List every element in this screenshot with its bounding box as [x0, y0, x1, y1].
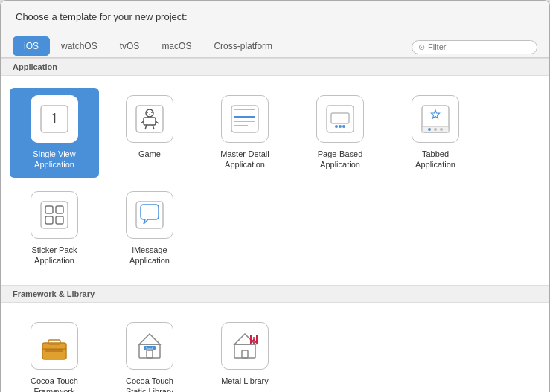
svg-rect-36	[45, 349, 63, 352]
metal-library-icon-box	[221, 322, 269, 370]
tab-bar: iOS watchOS tvOS macOS Cross-platform ⊙	[1, 30, 549, 58]
content-area: Application 1 Single ViewApplication	[1, 58, 549, 392]
imessage-icon	[133, 199, 166, 231]
single-view-icon-box: 1	[31, 95, 78, 143]
template-metal-library[interactable]: Metal Library	[200, 315, 290, 392]
template-tabbed[interactable]: TabbedApplication	[391, 88, 480, 178]
template-game[interactable]: Game	[105, 88, 194, 178]
metal-library-icon	[228, 330, 261, 362]
dialog-title: Choose a template for your new project:	[16, 11, 534, 22]
svg-point-25	[434, 128, 437, 131]
cocoa-touch-static-label: Cocoa TouchStatic Library	[126, 376, 173, 392]
template-cocoa-touch-framework[interactable]: Cocoa TouchFramework	[10, 315, 99, 392]
tab-ios[interactable]: iOS	[13, 36, 50, 56]
section-application-header: Application	[1, 58, 549, 76]
svg-text:Touch: Touch	[146, 347, 154, 350]
tab-tvos[interactable]: tvOS	[109, 36, 151, 58]
cocoa-touch-static-icon: Touch	[133, 330, 166, 362]
metal-library-label: Metal Library	[221, 376, 269, 386]
tab-macos[interactable]: macOS	[150, 36, 202, 58]
game-icon-box	[126, 95, 173, 143]
page-based-icon	[324, 103, 356, 135]
svg-rect-44	[242, 350, 248, 358]
single-view-label: Single ViewApplication	[33, 149, 75, 170]
svg-marker-38	[139, 334, 160, 344]
filter-box[interactable]: ⊙	[412, 40, 537, 54]
single-view-icon: 1	[38, 103, 71, 135]
svg-rect-42	[234, 344, 255, 358]
template-page-based[interactable]: Page-BasedApplication	[295, 88, 385, 178]
master-detail-icon	[228, 103, 261, 135]
svg-point-20	[342, 125, 345, 128]
cocoa-touch-framework-label: Cocoa TouchFramework	[31, 376, 78, 392]
tabbed-icon	[419, 103, 452, 135]
svg-point-18	[335, 125, 338, 128]
master-detail-icon-box	[221, 95, 269, 143]
game-label: Game	[138, 149, 161, 159]
filter-icon: ⊙	[418, 42, 425, 52]
imessage-icon-box	[126, 191, 173, 239]
svg-point-19	[339, 125, 342, 128]
master-detail-label: Master-DetailApplication	[220, 149, 269, 170]
svg-point-24	[428, 128, 431, 131]
svg-rect-28	[41, 202, 68, 228]
svg-rect-39	[147, 350, 153, 358]
svg-rect-14	[234, 109, 255, 110]
template-single-view[interactable]: 1 Single ViewApplication	[10, 88, 99, 178]
tabbed-icon-box	[412, 95, 459, 143]
sticker-pack-label: Sticker PackApplication	[31, 245, 77, 266]
dialog-header: Choose a template for your new project:	[1, 1, 549, 30]
svg-point-9	[147, 112, 148, 113]
section-framework-header: Framework & Library	[1, 285, 549, 303]
tab-watchos[interactable]: watchOS	[50, 36, 109, 58]
sticker-pack-icon	[38, 199, 71, 231]
new-project-dialog: Choose a template for your new project: …	[0, 0, 550, 392]
cocoa-touch-framework-icon-box	[31, 322, 78, 370]
svg-marker-43	[234, 334, 255, 344]
imessage-label: iMessageApplication	[129, 245, 170, 266]
svg-point-26	[440, 128, 443, 131]
svg-rect-15	[234, 121, 255, 122]
application-items-grid: 1 Single ViewApplication	[1, 76, 549, 285]
game-icon	[133, 103, 166, 135]
platform-tabs: iOS watchOS tvOS macOS Cross-platform	[13, 36, 412, 57]
svg-rect-16	[234, 125, 248, 126]
svg-point-10	[151, 112, 153, 113]
cocoa-touch-framework-icon	[38, 330, 71, 362]
template-sticker-pack[interactable]: Sticker PackApplication	[10, 184, 99, 274]
svg-text:1: 1	[51, 109, 59, 127]
filter-input[interactable]	[428, 42, 531, 51]
cocoa-touch-static-icon-box: Touch	[126, 322, 173, 370]
template-master-detail[interactable]: Master-DetailApplication	[200, 88, 290, 178]
tabbed-label: TabbedApplication	[415, 149, 455, 170]
svg-rect-13	[234, 116, 255, 118]
tab-cross-platform[interactable]: Cross-platform	[202, 36, 284, 58]
template-cocoa-touch-static[interactable]: Touch Cocoa TouchStatic Library	[105, 315, 194, 392]
framework-items-grid: Cocoa TouchFramework Touch Cocoa TouchSt	[1, 303, 549, 392]
template-imessage[interactable]: iMessageApplication	[105, 184, 194, 274]
page-based-icon-box	[316, 95, 364, 143]
page-based-label: Page-BasedApplication	[318, 149, 363, 170]
sticker-pack-icon-box	[31, 191, 78, 239]
